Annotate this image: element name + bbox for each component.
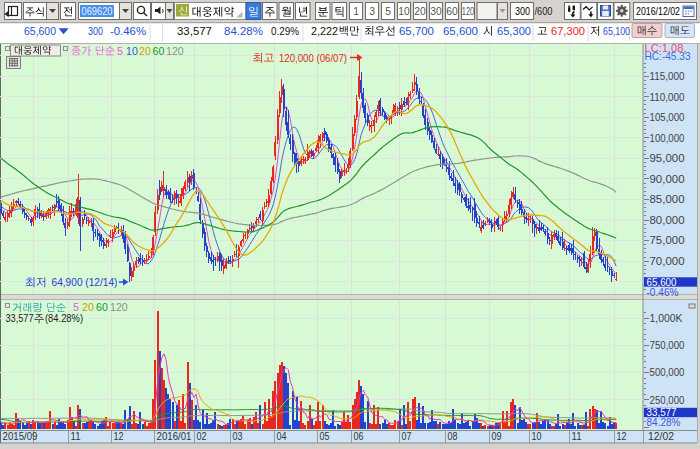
svg-text:120: 120: [462, 6, 475, 17]
svg-text:12: 12: [617, 430, 627, 442]
svg-text:120,000 (06/07): 120,000 (06/07): [279, 52, 347, 64]
svg-text:20: 20: [139, 45, 151, 57]
svg-text:06: 06: [354, 430, 364, 442]
svg-text:84.28%: 84.28%: [647, 416, 681, 428]
svg-text:2016/01: 2016/01: [157, 430, 192, 442]
svg-text:250,000: 250,000: [650, 394, 685, 406]
svg-text:115,000: 115,000: [650, 70, 685, 82]
svg-text:5: 5: [385, 6, 391, 17]
svg-text:105,000: 105,000: [650, 111, 685, 123]
svg-text:07: 07: [402, 430, 412, 442]
svg-text:08: 08: [448, 430, 458, 442]
svg-text:05: 05: [320, 430, 330, 442]
svg-text:60: 60: [153, 45, 165, 57]
svg-text:67,300: 67,300: [551, 25, 585, 37]
svg-text:1,000K: 1,000K: [650, 312, 684, 324]
svg-text:65,600: 65,600: [24, 25, 56, 37]
svg-text:/600: /600: [535, 5, 553, 17]
svg-text:11: 11: [572, 430, 582, 442]
svg-text:84.28%: 84.28%: [224, 25, 263, 37]
svg-text:20: 20: [414, 6, 426, 17]
svg-text:60: 60: [96, 301, 108, 313]
svg-text:100,000: 100,000: [650, 132, 685, 144]
svg-text:5: 5: [117, 45, 123, 57]
svg-text:03: 03: [233, 430, 243, 442]
svg-text:70,000: 70,000: [650, 255, 685, 267]
svg-text:10: 10: [398, 6, 410, 17]
svg-text:750,000: 750,000: [650, 339, 685, 351]
svg-text:-0.46%: -0.46%: [110, 25, 146, 37]
svg-text:02: 02: [197, 430, 207, 442]
svg-text:12: 12: [114, 430, 124, 442]
svg-text:85,000: 85,000: [650, 193, 685, 205]
svg-text:30: 30: [430, 6, 442, 17]
svg-text:95,000: 95,000: [650, 152, 685, 164]
svg-text:300: 300: [515, 5, 530, 17]
svg-text:120: 120: [110, 301, 128, 313]
svg-text:33,577: 33,577: [6, 312, 34, 324]
svg-text:10: 10: [126, 45, 138, 57]
svg-text:80,000: 80,000: [650, 214, 685, 226]
svg-text:0.29%: 0.29%: [271, 25, 299, 37]
svg-text:60: 60: [446, 6, 458, 17]
svg-text:12/02: 12/02: [648, 430, 674, 442]
svg-text:65,700: 65,700: [399, 25, 434, 37]
svg-text:75,000: 75,000: [650, 234, 685, 246]
svg-text:(84.28%): (84.28%): [45, 312, 83, 324]
svg-text:2016/12/02: 2016/12/02: [636, 5, 680, 17]
svg-text:33,577: 33,577: [177, 25, 212, 37]
svg-text:HC:-45.33: HC:-45.33: [645, 50, 691, 62]
svg-text:11: 11: [71, 430, 81, 442]
svg-text:300: 300: [88, 25, 103, 37]
svg-text:20: 20: [82, 301, 94, 313]
svg-text:2015/09: 2015/09: [3, 430, 38, 442]
svg-text:65,300: 65,300: [497, 25, 531, 37]
svg-text:09: 09: [492, 430, 502, 442]
svg-text:65,100: 65,100: [603, 25, 630, 37]
svg-text:110,000: 110,000: [650, 91, 685, 103]
svg-text:500,000: 500,000: [650, 366, 685, 378]
svg-text:65,600: 65,600: [443, 25, 478, 37]
svg-text:069620: 069620: [82, 5, 113, 17]
svg-text:10: 10: [532, 430, 542, 442]
svg-text:-0.46%: -0.46%: [647, 286, 679, 298]
svg-text:90,000: 90,000: [650, 173, 685, 185]
svg-text:64,900 (12/14): 64,900 (12/14): [52, 276, 118, 288]
svg-text:3: 3: [369, 6, 375, 17]
svg-text:2,222: 2,222: [311, 25, 338, 37]
svg-text:1: 1: [353, 6, 359, 17]
svg-text:120: 120: [166, 45, 184, 57]
svg-text:04: 04: [277, 430, 287, 442]
